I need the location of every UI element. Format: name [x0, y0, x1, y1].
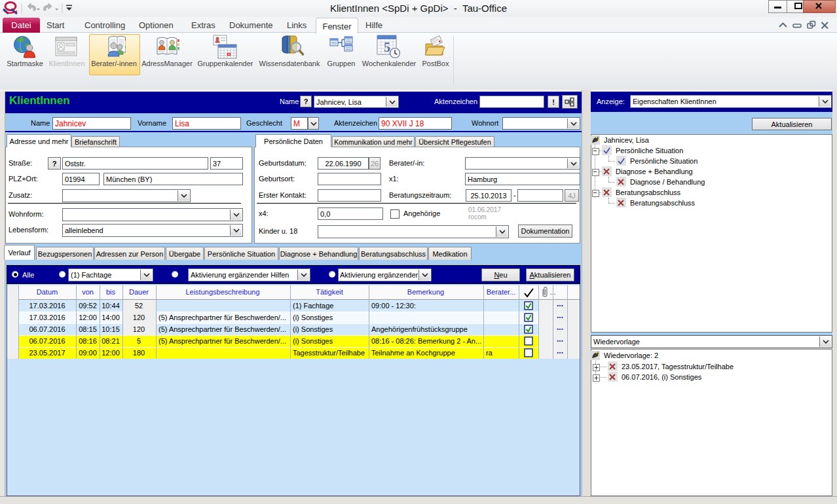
svg-text:5: 5: [384, 40, 390, 54]
